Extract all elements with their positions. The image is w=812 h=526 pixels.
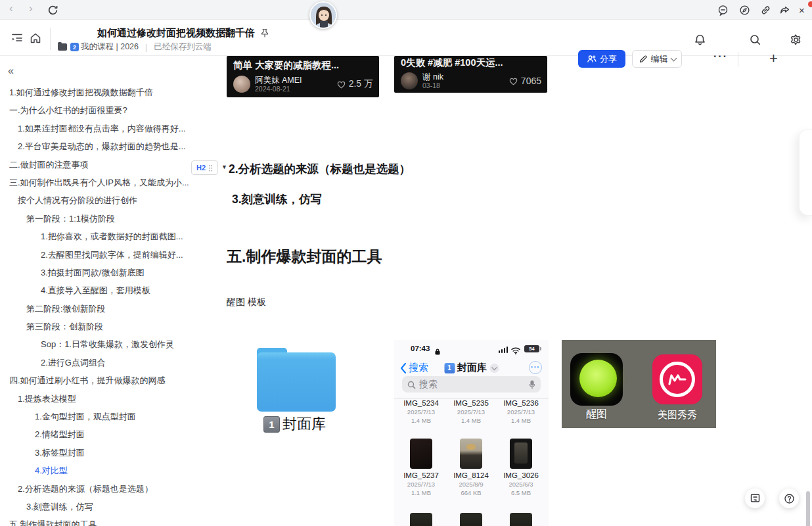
- apps-image[interactable]: 醒图 美图秀秀: [562, 340, 716, 428]
- post-meta: 阿美妹 AMEI 2024-08-21 2.5 万: [233, 76, 373, 93]
- search-icon: [407, 380, 416, 389]
- share-button[interactable]: 分享: [578, 50, 625, 68]
- sidebar-item-active[interactable]: 4.对比型: [0, 462, 217, 479]
- phone-title-text: 封面库: [457, 362, 487, 374]
- sidebar-item[interactable]: 第三阶段：创新阶段: [0, 318, 217, 335]
- link-icon[interactable]: [760, 5, 771, 16]
- author-name: 谢 nik: [422, 72, 443, 82]
- folder-icon-body: [257, 352, 336, 412]
- app-window: ‹ › ×: [0, 0, 812, 526]
- breadcrumb-divider: |: [145, 43, 147, 52]
- gear-icon[interactable]: [790, 34, 802, 46]
- sidebar-item[interactable]: 4.直接导入至醒图，套用模板: [0, 281, 217, 299]
- sidebar-item[interactable]: 1.金句型封面，观点型封面: [0, 408, 217, 425]
- sidebar-item[interactable]: 1.提炼表达模型: [0, 390, 217, 408]
- xhs-post-card[interactable]: 0失败 #减肥 #100天运... 谢 nik 03-18 7065: [394, 56, 547, 93]
- home-icon[interactable]: [29, 32, 42, 45]
- keycap-1-icon: 1: [444, 363, 455, 373]
- block-type-badge[interactable]: H2: [191, 160, 218, 175]
- folder-name: 封面库: [282, 414, 326, 434]
- search-icon[interactable]: [749, 34, 761, 46]
- sidebar-item[interactable]: 三.如何制作出既具有个人IP风格，又能成为小...: [0, 174, 217, 191]
- file-size: 6.5 MB: [495, 489, 547, 496]
- sidebar-item[interactable]: 二.做封面的注意事项: [0, 156, 217, 174]
- like-count: 7065: [521, 76, 541, 86]
- file-thumbnail: [460, 513, 482, 526]
- page-title: 如何通过修改封面把视频数据翻千倍: [97, 27, 269, 39]
- scrollbar-thumb[interactable]: [806, 491, 810, 526]
- file-date: 2025/8/9: [445, 481, 497, 488]
- post-date: 03-18: [422, 82, 443, 89]
- file-date: 2025/6/3: [495, 481, 547, 488]
- folder-image[interactable]: 1 封面库: [253, 341, 384, 435]
- sidebar-item[interactable]: 2.平台审美是动态的，爆款封面的趋势也是...: [0, 137, 217, 155]
- wifi-icon: [511, 345, 520, 352]
- signal-icon: [499, 347, 508, 353]
- sidebar-item[interactable]: 3.标签型封面: [0, 444, 217, 462]
- app-name: 美图秀秀: [652, 409, 702, 421]
- breadcrumb-path[interactable]: 我的课程 | 2026: [81, 41, 139, 53]
- feedback-button[interactable]: [745, 489, 765, 508]
- keycap-1-icon: 1: [263, 416, 280, 433]
- sidebar-item[interactable]: 第一阶段：1:1模仿阶段: [0, 210, 217, 227]
- phone-more-icon: ···: [529, 361, 542, 374]
- doc-heading-h3: 3.刻意训练，仿写: [232, 191, 322, 207]
- sidebar-item[interactable]: 2.去醒图里找同款字体，提前编辑好...: [0, 246, 217, 264]
- more-icon[interactable]: ···: [713, 51, 728, 62]
- sidebar-item[interactable]: 四.如何通过刷小红书，提升做爆款的网感: [0, 371, 217, 389]
- sidebar-item[interactable]: 1.如果连封面都没有点击率，内容做得再好...: [0, 120, 217, 137]
- edit-button[interactable]: 编辑: [632, 50, 682, 68]
- header-divider: [50, 28, 51, 50]
- sidebar-item[interactable]: 2.情绪型封面: [0, 425, 217, 443]
- save-status: 已经保存到云端: [154, 41, 212, 53]
- meitu-app-icon: [652, 354, 702, 404]
- browser-bar: ‹ › ×: [0, 0, 812, 20]
- phone-status-bar: 07:43 54: [394, 345, 549, 354]
- sidebar-item[interactable]: 3.拍摄封面同款/微创新底图: [0, 264, 217, 281]
- file-name: IMG_5236: [495, 399, 547, 407]
- phone-screenshot-image[interactable]: 07:43 54 搜索 1 封面库 ··· 搜索 IMG_5: [394, 340, 549, 526]
- mic-icon: [529, 380, 535, 389]
- file-date: 2025/7/13: [495, 408, 547, 416]
- compass-icon[interactable]: [739, 5, 750, 16]
- file-thumbnail: [460, 439, 482, 469]
- user-avatar[interactable]: [309, 1, 337, 29]
- phone-file: IMG_8124 2025/8/9 664 KB: [445, 439, 497, 496]
- file-size: 664 KB: [445, 489, 497, 496]
- sidebar-item[interactable]: 第二阶段:微创新阶段: [0, 300, 217, 318]
- xhs-post-card[interactable]: 简单 大家要的减脂教程... 阿美妹 AMEI 2024-08-21 2.5 万: [227, 56, 379, 97]
- file-size: 1.1 MB: [395, 489, 447, 496]
- pin-icon[interactable]: [260, 28, 269, 37]
- phone-file: [445, 513, 497, 526]
- file-thumbnail: [410, 513, 432, 526]
- collapse-sidebar-icon[interactable]: «: [8, 65, 14, 77]
- sidebar-item[interactable]: 五.制作爆款封面的工具: [0, 515, 217, 526]
- phone-file: IMG_3026 2025/6/3 6.5 MB: [495, 439, 547, 496]
- browser-back-icon[interactable]: ‹: [9, 2, 13, 15]
- folder-icon: [58, 43, 67, 51]
- file-size: 1.4 MB: [395, 417, 447, 424]
- sidebar-item[interactable]: 3.刻意训练，仿写: [0, 498, 217, 515]
- sidebar-item[interactable]: Sop：1.日常收集爆款，激发创作灵: [0, 335, 217, 353]
- chevron-down-icon: [489, 364, 499, 373]
- sidebar-item[interactable]: 一.为什么小红书的封面很重要?: [0, 101, 217, 119]
- outline-toggle-icon[interactable]: [11, 32, 24, 45]
- share-forward-icon[interactable]: [779, 5, 790, 16]
- help-button[interactable]: [779, 489, 799, 508]
- share-people-icon: [587, 54, 597, 64]
- sidebar-item[interactable]: 1.如何通过修改封面把视频数据翻千倍: [0, 84, 217, 101]
- refresh-icon[interactable]: [47, 5, 58, 16]
- sidebar-item[interactable]: 2.进行G点词组合: [0, 354, 217, 371]
- file-thumbnail: [410, 439, 432, 469]
- sidebar-item[interactable]: 1.把你喜欢，或者数据好的封面截图...: [0, 227, 217, 245]
- phone-back-button: 搜索: [400, 362, 428, 374]
- sidebar-item[interactable]: 2.分析选题的来源（标题也是选题）: [0, 480, 217, 498]
- browser-forward-icon[interactable]: ›: [29, 2, 33, 15]
- new-doc-icon[interactable]: +: [769, 50, 778, 67]
- phone-folder-title: 1 封面库: [444, 362, 499, 374]
- comment-icon[interactable]: [717, 5, 729, 16]
- bell-icon[interactable]: [694, 34, 706, 46]
- sidebar-item[interactable]: 按个人情况有分阶段的进行创作: [0, 191, 217, 209]
- collapse-heading-icon[interactable]: ▼: [221, 164, 227, 170]
- drag-handle-icon[interactable]: [208, 164, 213, 172]
